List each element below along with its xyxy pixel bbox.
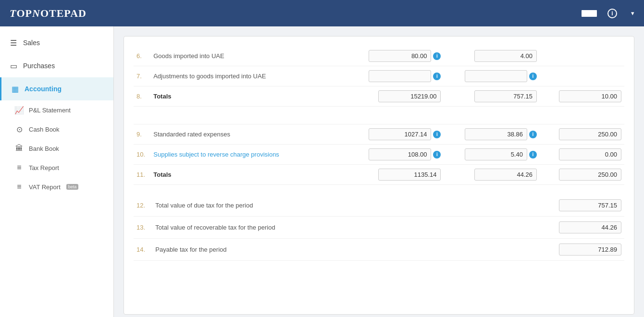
help-icon: i bbox=[607, 9, 617, 18]
adj-input[interactable] bbox=[559, 169, 621, 181]
vat-return-button[interactable] bbox=[581, 9, 598, 18]
row-label: Totals bbox=[150, 86, 348, 107]
vat-input[interactable] bbox=[474, 169, 537, 181]
sidebar-item-sales[interactable]: ☰ Sales bbox=[0, 31, 113, 54]
sidebar-item-purchases[interactable]: ▭ Purchases bbox=[0, 54, 113, 77]
info-icon[interactable]: i bbox=[529, 151, 537, 158]
table-row: 14. Payable tax for the period bbox=[134, 239, 624, 261]
amount-input[interactable] bbox=[369, 128, 431, 140]
sidebar-item-pl-statement[interactable]: 📈 P&L Statement bbox=[0, 100, 113, 120]
adj-input[interactable] bbox=[559, 90, 621, 102]
vat-input[interactable] bbox=[465, 148, 527, 160]
row-number: 11. bbox=[134, 165, 150, 185]
sidebar-item-accounting[interactable]: ▦ Accounting bbox=[0, 77, 113, 100]
amount-input[interactable] bbox=[369, 70, 431, 82]
amount-cell: i bbox=[348, 145, 444, 165]
table-row: 13. Total value of recoverable tax for t… bbox=[134, 217, 624, 239]
info-icon[interactable]: i bbox=[529, 131, 537, 138]
sidebar-item-cash-book[interactable]: ⊙ Cash Book bbox=[0, 120, 113, 139]
info-icon[interactable]: i bbox=[433, 151, 441, 158]
value-input[interactable] bbox=[559, 199, 621, 211]
row-label: Goods imported into UAE bbox=[150, 46, 348, 66]
pl-icon: 📈 bbox=[14, 105, 24, 115]
amount-input[interactable] bbox=[369, 148, 431, 160]
row-label: Payable tax for the period bbox=[152, 239, 498, 261]
table-row: 10. Supplies subject to reverse charge p… bbox=[134, 145, 624, 165]
sidebar-item-tax-report[interactable]: ≡ Tax Report bbox=[0, 158, 113, 177]
amount-input[interactable] bbox=[369, 50, 431, 62]
sidebar-label-purchases: Purchases bbox=[23, 62, 55, 70]
vat-cell bbox=[444, 46, 540, 66]
row-number: 8. bbox=[134, 86, 150, 107]
expenses-table: 9. Standarded rated expenses i i 10. Sup… bbox=[134, 116, 624, 185]
vat-input[interactable] bbox=[465, 70, 527, 82]
value-input[interactable] bbox=[559, 244, 621, 256]
amount-cell: i bbox=[348, 124, 444, 145]
vat-cell bbox=[444, 165, 539, 185]
adj-input[interactable] bbox=[559, 148, 621, 160]
table-row: 12. Total value of due tax for the perio… bbox=[134, 195, 624, 217]
user-email-menu[interactable]: ▾ bbox=[629, 10, 634, 17]
row-number: 14. bbox=[134, 239, 152, 261]
info-icon[interactable]: i bbox=[433, 73, 441, 80]
table-row: 6. Goods imported into UAE i bbox=[134, 46, 624, 66]
amount-cell bbox=[348, 86, 444, 107]
sidebar-label-cash-book: Cash Book bbox=[29, 126, 60, 133]
value-cell bbox=[498, 195, 624, 217]
row-number: 6. bbox=[134, 46, 150, 66]
adj-cell bbox=[540, 124, 624, 145]
chevron-down-icon: ▾ bbox=[631, 10, 634, 17]
table-row: 8. Totals bbox=[134, 86, 624, 107]
row-label: Totals bbox=[150, 165, 348, 185]
info-icon[interactable]: i bbox=[433, 131, 441, 138]
table-row: 9. Standarded rated expenses i i bbox=[134, 124, 624, 145]
table-row: 11. Totals bbox=[134, 165, 624, 185]
sidebar-item-vat-report[interactable]: ≡ VAT Report beta bbox=[0, 177, 113, 196]
vat-report-icon: ≡ bbox=[14, 182, 24, 192]
beta-badge: beta bbox=[66, 184, 79, 190]
value-cell bbox=[498, 217, 624, 239]
vat-input[interactable] bbox=[465, 128, 527, 140]
row-label: Total value of recoverable tax for the p… bbox=[152, 217, 498, 239]
info-icon[interactable]: i bbox=[433, 52, 441, 60]
value-input[interactable] bbox=[559, 221, 621, 233]
value-cell bbox=[498, 239, 624, 261]
row-label: Standarded rated expenses bbox=[150, 124, 348, 145]
sidebar-label-vat-report: VAT Report bbox=[29, 183, 61, 191]
adj-cell bbox=[540, 165, 624, 185]
app-logo: TopNotepad bbox=[10, 7, 87, 20]
sidebar-label-pl: P&L Statement bbox=[29, 107, 71, 114]
vat-input[interactable] bbox=[474, 50, 537, 62]
col-amount-header bbox=[348, 116, 444, 124]
vat-cell: i bbox=[444, 124, 539, 145]
bank-book-icon: 🏛 bbox=[14, 144, 24, 153]
amount-cell: i bbox=[348, 46, 444, 66]
main-content: 6. Goods imported into UAE i 7. Adjustme… bbox=[114, 26, 644, 317]
row-number: 7. bbox=[134, 66, 150, 86]
sidebar-label-tax-report: Tax Report bbox=[29, 164, 59, 171]
vat-input[interactable] bbox=[474, 90, 537, 102]
tax-report-icon: ≡ bbox=[14, 163, 24, 172]
col-adjustment-header bbox=[540, 116, 624, 124]
sidebar-item-bank-book[interactable]: 🏛 Bank Book bbox=[0, 139, 113, 158]
sidebar-label-sales: Sales bbox=[23, 39, 40, 47]
sidebar-label-accounting: Accounting bbox=[25, 85, 62, 93]
row-label: Adjustments to goods imported into UAE bbox=[150, 66, 348, 86]
content-card: 6. Goods imported into UAE i 7. Adjustme… bbox=[124, 36, 634, 315]
row-number: 9. bbox=[134, 124, 150, 145]
net-vat-table: 12. Total value of due tax for the perio… bbox=[134, 195, 624, 261]
row-number: 12. bbox=[134, 195, 152, 217]
info-icon[interactable]: i bbox=[529, 73, 537, 80]
amount-input[interactable] bbox=[378, 169, 441, 181]
col-recoverable-header bbox=[444, 116, 539, 124]
amount-cell: i bbox=[348, 66, 444, 86]
sales-icon: ☰ bbox=[9, 38, 18, 48]
adj-cell bbox=[540, 86, 624, 107]
row-label: Total value of due tax for the period bbox=[152, 195, 498, 217]
table-row: 7. Adjustments to goods imported into UA… bbox=[134, 66, 624, 86]
adj-cell bbox=[540, 66, 624, 86]
amount-input[interactable] bbox=[378, 90, 441, 102]
need-help-link[interactable]: i bbox=[607, 9, 619, 18]
adj-input[interactable] bbox=[559, 128, 621, 140]
adj-cell bbox=[540, 145, 624, 165]
